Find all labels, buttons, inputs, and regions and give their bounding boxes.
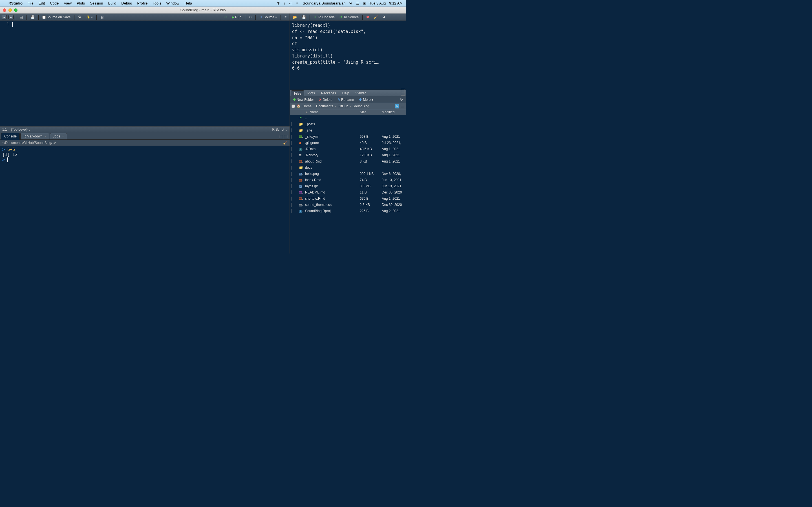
more-path-button[interactable]: … (401, 104, 404, 108)
home-icon[interactable]: 🏠 (297, 104, 301, 108)
tab-viewer[interactable]: Viewer (352, 90, 368, 96)
file-row[interactable]: ▦_site.yml598 BAug 1, 2021 (290, 133, 406, 140)
maximize-pane-button[interactable] (284, 135, 288, 138)
console-output[interactable]: > 6+6 [1] 12 > (0, 146, 290, 253)
minimize-pane-button[interactable] (401, 89, 405, 92)
remove-history-button[interactable]: ✖ (365, 15, 370, 20)
tab-help[interactable]: Help (339, 90, 352, 96)
file-row[interactable]: ▤shortbio.Rmd676 BAug 1, 2021 (290, 195, 406, 202)
file-row[interactable]: ▤about.Rmd3 KBAug 1, 2021 (290, 158, 406, 165)
menu-edit[interactable]: Edit (39, 1, 45, 5)
menu-plots[interactable]: Plots (77, 1, 85, 5)
clear-console-button[interactable]: 🧹 (283, 141, 287, 145)
menu-window[interactable]: Window (166, 1, 179, 5)
wand-button[interactable]: ✨▾ (85, 15, 94, 20)
tab-plots[interactable]: Plots (304, 90, 318, 96)
file-row[interactable]: 📁_posts (290, 121, 406, 127)
load-history-button[interactable]: 📂 (292, 15, 299, 20)
to-console-button[interactable]: ⮕ To Console (312, 15, 336, 20)
spotlight-icon[interactable]: 🔍︎ (349, 1, 353, 5)
delete-button[interactable]: ✖ Delete (317, 97, 334, 102)
bluetooth-icon[interactable]: ᛒ (283, 1, 286, 5)
scope-selector[interactable]: (Top Level) (11, 128, 31, 131)
crumb-home[interactable]: Home (303, 104, 312, 108)
tab-jobs[interactable]: Jobs× (50, 133, 67, 139)
compile-report-button[interactable]: ▦ (99, 15, 105, 20)
file-checkbox[interactable] (292, 166, 292, 170)
tab-packages[interactable]: Packages (318, 90, 339, 96)
save-button[interactable]: 💾 (29, 15, 36, 20)
file-row[interactable]: ▨mygif.gif3.3 MBJun 13, 2021 (290, 183, 406, 189)
menu-session[interactable]: Session (90, 1, 103, 5)
new-folder-button[interactable]: ✚ New Folder (292, 97, 315, 102)
user-name[interactable]: Soundarya Soundararajan (303, 1, 346, 5)
col-name-header[interactable]: ▲ Name (303, 110, 358, 114)
source-on-save-checkbox[interactable]: Source on Save (41, 15, 72, 20)
file-row[interactable]: ◆.gitignore40 BJul 23, 2021, (290, 140, 406, 146)
file-name[interactable]: SoundBlog.Rproj (303, 209, 358, 213)
file-row[interactable]: ▨hello.png909.1 KBNov 6, 2020, (290, 171, 406, 177)
file-checkbox[interactable] (292, 159, 292, 163)
file-name[interactable]: mygif.gif (303, 184, 358, 188)
file-checkbox[interactable] (292, 141, 292, 145)
rename-button[interactable]: ✎ Rename (336, 97, 355, 102)
file-name[interactable]: README.md (303, 190, 358, 194)
menu-profile[interactable]: Profile (137, 1, 148, 5)
menu-debug[interactable]: Debug (121, 1, 132, 5)
app-name[interactable]: RStudio (8, 1, 22, 5)
col-modified-header[interactable]: Modified (380, 110, 406, 114)
file-name[interactable]: index.Rmd (303, 178, 358, 182)
file-checkbox[interactable] (292, 147, 292, 151)
file-checkbox[interactable] (292, 209, 292, 213)
file-name[interactable]: .gitignore (303, 141, 358, 145)
menu-help[interactable]: Help (185, 1, 192, 5)
file-name[interactable]: .. (303, 116, 358, 120)
menu-view[interactable]: View (64, 1, 71, 5)
menu-tools[interactable]: Tools (153, 1, 161, 5)
more-button[interactable]: ⚙ More ▾ (357, 97, 374, 102)
file-name[interactable]: .Rhistory (303, 153, 358, 157)
minimize-pane-button[interactable] (279, 135, 283, 138)
link-icon[interactable]: ᯤ (296, 1, 299, 5)
file-checkbox[interactable] (292, 172, 292, 176)
to-source-button[interactable]: ⮕ To Source (338, 15, 360, 20)
file-name[interactable]: _site.yml (303, 135, 358, 138)
file-checkbox[interactable] (292, 122, 292, 126)
new-file-button[interactable]: ▤ (18, 15, 24, 20)
menu-file[interactable]: File (28, 1, 34, 5)
outline-button[interactable]: ≡ (283, 15, 288, 20)
maximize-pane-button[interactable] (401, 92, 405, 96)
file-name[interactable]: sound_theme.css (303, 203, 358, 207)
file-checkbox[interactable] (292, 203, 292, 207)
crumb-soundblog[interactable]: SoundBlog (353, 104, 369, 108)
file-row[interactable]: ▣SoundBlog.Rproj225 BAug 2, 2021 (290, 208, 406, 214)
refresh-files-button[interactable]: ↻ (399, 97, 404, 102)
source-button[interactable]: ⮕ Source ▾ (258, 15, 278, 20)
file-row[interactable]: ≣.Rhistory12.3 KBAug 1, 2021 (290, 152, 406, 158)
clear-history-button[interactable]: 🧹 (372, 15, 379, 20)
col-size-header[interactable]: Size (358, 110, 380, 114)
nav-forward-button[interactable]: ► (8, 15, 13, 19)
file-checkbox[interactable] (292, 128, 292, 132)
file-checkbox[interactable] (292, 184, 292, 188)
file-row[interactable]: ▦sound_theme.css2.3 KBDec 30, 2020 (290, 202, 406, 208)
file-checkbox[interactable] (292, 196, 292, 201)
file-row[interactable]: 📁docs (290, 165, 406, 171)
menu-build[interactable]: Build (108, 1, 116, 5)
file-name[interactable]: about.Rmd (303, 159, 358, 163)
save-history-button[interactable]: 💾 (300, 15, 307, 20)
file-name[interactable]: hello.png (303, 172, 358, 176)
history-pane[interactable]: library(readxl) df <- read_excel("data.x… (290, 21, 406, 90)
file-name[interactable]: _posts (303, 122, 358, 126)
file-checkbox[interactable] (292, 178, 292, 182)
close-icon[interactable]: × (62, 135, 64, 138)
file-row[interactable]: 📁_site (290, 127, 406, 133)
file-row[interactable]: ⬏.. (290, 115, 406, 121)
snowflake-icon[interactable]: ❋ (277, 1, 280, 5)
file-name[interactable]: shortbio.Rmd (303, 196, 358, 201)
file-name[interactable]: .RData (303, 147, 358, 151)
filetype-selector[interactable]: R Script (272, 128, 287, 131)
search-history[interactable]: 🔍︎ (381, 15, 387, 20)
file-name[interactable]: docs (303, 166, 358, 170)
nav-back-button[interactable]: ◄ (2, 15, 7, 19)
